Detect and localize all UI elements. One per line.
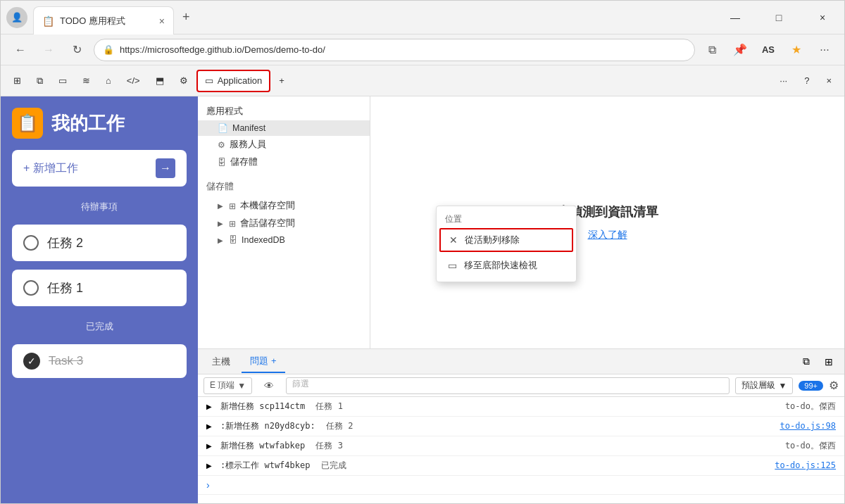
filter-dropdown-arrow: ▼ — [237, 381, 246, 391]
eye-filter-button[interactable]: 👁 — [258, 374, 280, 397]
console-source-3[interactable]: to-do.js:125 — [775, 460, 836, 470]
console-entry-2: ▶ 新增任務 wtwfabkep 任務 3 to-do。傑西 — [198, 436, 844, 456]
pending-section-label: 待辦事項 — [12, 201, 187, 213]
profile-button[interactable]: AS — [757, 39, 780, 61]
devtools-help-button[interactable]: ? — [797, 70, 816, 92]
issues-badge: 99+ — [799, 381, 823, 391]
todo-app-title: 我的工作 — [51, 111, 125, 136]
context-menu-move-to-dock[interactable]: ▭ 移至底部快速檢視 — [437, 253, 576, 277]
console-entry-0: ▶ 新增任務 scp114ctm 任務 1 to-do。傑西 — [198, 397, 844, 417]
remove-from-activity-label: 從活動列移除 — [465, 234, 520, 246]
tab-title: TODO 應用程式 — [60, 15, 154, 27]
table-icon: ⊞ — [229, 219, 236, 229]
show-more-icon[interactable]: › — [206, 479, 210, 491]
devtools-storage-btn[interactable]: ⬒ — [149, 70, 171, 92]
context-menu-remove-from-activity[interactable]: ✕ 從活動列移除 — [439, 228, 573, 252]
tree-item-local-storage[interactable]: ▶ ⊞ 本機儲存空間 — [198, 197, 370, 215]
bottom-tabs-bar: 主機 問題 + ⧉ ⊞ — [198, 349, 844, 374]
tree-item-indexed-db[interactable]: ▶ 🗄 IndexedDB — [198, 232, 370, 248]
move-icon: ▭ — [448, 260, 457, 271]
favorites-button[interactable]: 📌 — [729, 39, 751, 61]
new-tab-button[interactable]: + — [174, 1, 199, 34]
app-tree-panel: 應用程式 📄 Manifest ⚙ 服務人員 🗄 儲存體 儲存體 — [198, 96, 370, 348]
split-panel-button[interactable]: ⧉ — [796, 352, 816, 372]
console-settings-button[interactable]: ⚙ — [829, 379, 839, 392]
tree-storage-section-header: 儲存體 — [198, 177, 370, 197]
expand-icon: ▶ — [218, 202, 223, 210]
task-circle-icon — [23, 280, 39, 296]
window-minimize-button[interactable]: — — [719, 6, 751, 29]
devtools-close-button[interactable]: × — [819, 70, 839, 92]
star-button[interactable]: ★ — [785, 39, 808, 61]
problems-tab-label: 問題 — [250, 355, 268, 367]
dock-button[interactable]: ⊞ — [819, 352, 839, 372]
console-expand-arrow[interactable]: › — [198, 476, 844, 495]
bottom-panel: 主機 問題 + ⧉ ⊞ E 頂端 ▼ 👁 — [198, 348, 844, 503]
filter-placeholder: 篩選 — [292, 379, 309, 389]
console-source-2: to-do。傑西 — [785, 440, 836, 452]
devtools-performance-button[interactable]: ⚙ — [173, 70, 195, 92]
tree-item-storage[interactable]: 🗄 儲存體 — [198, 153, 370, 171]
tree-item-manifest[interactable]: 📄 Manifest — [198, 120, 370, 136]
context-menu-overlay: 位置 ✕ 從活動列移除 ▭ 移至底部快速檢視 — [436, 206, 577, 282]
task-circle-icon — [23, 235, 39, 251]
application-tab-label: Application — [218, 75, 263, 86]
console-source-1[interactable]: to-do.js:98 — [780, 421, 836, 431]
console-entries-list: ▶ 新增任務 scp114ctm 任務 1 to-do。傑西 ▶ :新增任務 n… — [198, 397, 844, 503]
window-close-button[interactable]: × — [806, 6, 839, 29]
task-1-label: 任務 1 — [47, 279, 83, 296]
db-icon: 🗄 — [229, 235, 237, 245]
tree-indexed-db-label: IndexedDB — [242, 235, 285, 245]
browser-tab[interactable]: 📋 TODO 應用程式 × — [33, 6, 174, 34]
filter-dropdown[interactable]: E 頂端 ▼ — [204, 377, 252, 394]
remove-icon: ✕ — [449, 234, 458, 246]
devtools-inspect-button[interactable]: ⊞ — [6, 70, 28, 92]
tab-problems[interactable]: 問題 + — [242, 351, 285, 373]
window-maximize-button[interactable]: □ — [763, 6, 795, 29]
tree-service-workers-label: 服務人員 — [230, 139, 266, 151]
devtools-home-button[interactable]: ⌂ — [99, 70, 118, 92]
tree-session-storage-label: 會話儲存空間 — [240, 218, 295, 229]
devtools-add-button[interactable]: + — [272, 70, 292, 92]
devtools-device-button[interactable]: ▭ — [51, 70, 74, 92]
split-screen-button[interactable]: ⧉ — [701, 39, 723, 61]
worker-icon: ⚙ — [218, 140, 225, 150]
level-dropdown[interactable]: 預設層級 ▼ — [735, 377, 793, 394]
add-task-label: + 新增工作 — [23, 161, 78, 176]
back-button[interactable]: ← — [9, 39, 32, 61]
todo-header: 📋 我的工作 — [12, 108, 187, 139]
devtools-wifi-button[interactable]: ≋ — [75, 70, 97, 92]
refresh-button[interactable]: ↻ — [65, 39, 88, 61]
context-menu: 位置 ✕ 從活動列移除 ▭ 移至底部快速檢視 — [436, 206, 577, 282]
task-item-3-completed[interactable]: ✓ Task 3 — [12, 344, 187, 378]
devtools-application-button[interactable]: ▭ Application — [196, 70, 271, 92]
tab-favicon: 📋 — [42, 15, 54, 27]
console-entry-3: ▶ :標示工作 wtwf4bkep 已完成 to-do.js:125 — [198, 456, 844, 476]
browser-menu-button[interactable]: ··· — [813, 39, 836, 61]
expand-arrow-icon: ▶ — [206, 462, 212, 470]
forward-button[interactable]: → — [37, 39, 60, 61]
devtools-more-button[interactable]: ··· — [772, 70, 794, 92]
storage-icon: 🗄 — [218, 158, 226, 168]
address-bar[interactable]: 🔒 https://microsoftedge.github.io/Demos/… — [94, 39, 695, 61]
console-source-0: to-do。傑西 — [785, 401, 836, 412]
level-label: 預設層級 — [741, 379, 775, 391]
context-menu-location-label: 位置 — [437, 210, 576, 227]
devtools-code-button[interactable]: </> — [120, 70, 147, 92]
console-message-0: 新增任務 scp114ctm 任務 1 — [220, 401, 777, 412]
filter-label: E 頂端 — [210, 379, 234, 391]
task-item-2[interactable]: 任務 2 — [12, 225, 187, 261]
tree-item-session-storage[interactable]: ▶ ⊞ 會話儲存空間 — [198, 215, 370, 232]
task-item-1[interactable]: 任務 1 — [12, 270, 187, 306]
tab-host[interactable]: 主機 — [204, 351, 239, 373]
url-text: https://microsoftedge.github.io/Demos/de… — [120, 44, 686, 55]
filter-input[interactable]: 篩選 — [286, 377, 730, 394]
expand-arrow-icon: ▶ — [206, 403, 212, 410]
task-3-label: Task 3 — [49, 354, 83, 368]
todo-app-sidebar: 📋 我的工作 + 新增工作 → 待辦事項 任務 2 任務 1 已完成 ✓ Tas… — [1, 96, 198, 503]
devtools-copy-button[interactable]: ⧉ — [30, 70, 50, 92]
profile-avatar[interactable]: 👤 — [6, 7, 27, 28]
tree-item-service-workers[interactable]: ⚙ 服務人員 — [198, 136, 370, 153]
add-task-button[interactable]: + 新增工作 → — [12, 150, 187, 187]
tab-close-button[interactable]: × — [159, 15, 165, 27]
